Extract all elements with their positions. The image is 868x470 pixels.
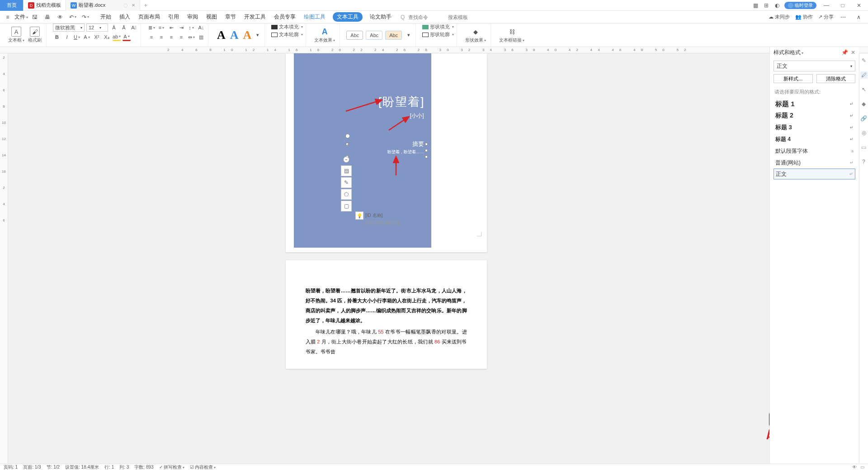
redo-icon[interactable]: ↷ xyxy=(81,13,90,21)
skin-icon[interactable]: ◐ xyxy=(774,2,781,9)
wordart-more-icon[interactable]: ▾ xyxy=(254,31,262,39)
search-cmd-prefix: Q xyxy=(401,14,405,20)
close-window-icon[interactable]: ✕ xyxy=(853,1,865,9)
tab-dev[interactable]: 开发工具 xyxy=(243,12,267,22)
maximize-icon[interactable]: □ xyxy=(836,1,849,9)
textbox-link-button[interactable]: ⛓文本框链接 xyxy=(497,27,526,43)
tab-close-icon[interactable]: ✕ xyxy=(132,3,135,8)
tab-drawing-tools[interactable]: 绘图工具 xyxy=(303,12,326,22)
shape-fill-button[interactable]: 形状填充 xyxy=(422,24,454,30)
preview-icon[interactable]: 👁 xyxy=(56,13,64,21)
columns-icon[interactable]: ▥ xyxy=(197,33,205,41)
tab-reference[interactable]: 引用 xyxy=(167,12,180,22)
text-direction-icon[interactable]: A↓ xyxy=(197,24,205,32)
brush-icon: 🖌 xyxy=(30,27,40,37)
line-spacing-icon[interactable]: ↕ xyxy=(187,24,195,32)
share-button[interactable]: ↗分享 xyxy=(818,14,834,20)
tab-review[interactable]: 审阅 xyxy=(186,12,199,22)
tab-document[interactable]: W 盼望着.docx ◌ ✕ xyxy=(66,0,140,11)
shape-style-2[interactable]: Abc xyxy=(366,31,382,40)
login-badge[interactable]: 临时登录 xyxy=(784,2,816,9)
shape-style-more-icon[interactable]: ▾ xyxy=(405,31,413,39)
undo-icon[interactable]: ↶ xyxy=(69,13,77,21)
print-icon[interactable]: 🖶 xyxy=(43,13,52,21)
save-icon[interactable]: 🖫 xyxy=(31,13,39,21)
wordart-style-2[interactable]: A xyxy=(228,28,241,42)
tab-menu-icon[interactable]: ◌ xyxy=(123,2,128,8)
align-left-icon[interactable]: ≡ xyxy=(147,33,156,41)
apps-icon[interactable]: ⊞ xyxy=(763,2,770,9)
wordart-style-1[interactable]: A xyxy=(215,28,228,42)
shape-style-3[interactable]: Abc xyxy=(385,31,402,40)
quick-access-toolbar: 🖫 🖶 👁 ↶ ↷ xyxy=(31,13,91,21)
text-fill-button[interactable]: 文本填充 xyxy=(271,24,303,30)
horizontal-ruler: 2 4 6 8 10 12 14 16 18 20 22 24 26 28 30… xyxy=(0,47,868,53)
textbox-icon: A xyxy=(11,27,21,37)
new-tab-button[interactable]: + xyxy=(140,2,151,9)
shrink-font-icon[interactable]: Ă xyxy=(120,24,128,32)
grid-icon[interactable]: ▦ xyxy=(752,2,759,9)
menubar: ≡ 文件 🖫 🖶 👁 ↶ ↷ 开始 插入 页面布局 引用 审阅 视图 章节 开发… xyxy=(0,11,868,24)
shape-outline-button[interactable]: 形状轮廓 xyxy=(422,31,454,38)
align-center-icon[interactable]: ≡ xyxy=(157,33,165,41)
template-icon: D xyxy=(28,2,34,9)
shape-outline-icon xyxy=(422,33,429,37)
clear-format-icon[interactable]: A⃥ xyxy=(130,24,138,32)
tab-home[interactable]: 首页 xyxy=(0,0,24,11)
font-color-icon[interactable]: A xyxy=(123,33,131,41)
tab-start[interactable]: 开始 xyxy=(99,12,112,22)
textbox-button[interactable]: A文本框 xyxy=(6,27,26,43)
pin-icon[interactable]: 📌 xyxy=(841,49,848,53)
superscript-icon[interactable]: X² xyxy=(93,33,101,41)
tab-insert[interactable]: 插入 xyxy=(118,12,131,22)
tab-view[interactable]: 视图 xyxy=(205,12,218,22)
file-menu[interactable]: 文件 xyxy=(14,13,28,21)
more-icon[interactable]: ⋯ xyxy=(839,13,847,21)
align-right-icon[interactable]: ≡ xyxy=(167,33,175,41)
panel-title[interactable]: 样式和格式 xyxy=(774,49,803,54)
tab-vip[interactable]: 会员专享 xyxy=(273,12,297,22)
italic-icon[interactable]: I xyxy=(63,33,71,41)
text-outline-button[interactable]: 文本轮廓 xyxy=(271,31,303,38)
text-effect-button[interactable]: A文本效果 xyxy=(312,27,337,43)
font-size-select[interactable]: 12▾ xyxy=(86,24,108,32)
format-painter-button[interactable]: 🖌格式刷 xyxy=(26,27,43,43)
search-command-input[interactable] xyxy=(408,14,444,20)
tab-layout[interactable]: 页面布局 xyxy=(137,12,161,22)
menu-icon[interactable]: ≡ xyxy=(4,13,12,21)
collapse-ribbon-icon[interactable]: ∧ xyxy=(854,13,863,21)
shape-effect-button[interactable]: ◆形状效果 xyxy=(463,27,488,43)
tab-templates-label: 找稻壳模板 xyxy=(36,2,61,9)
search-template-input[interactable] xyxy=(448,14,484,20)
unsync-button[interactable]: ☁未同步 xyxy=(769,14,790,20)
collab-button[interactable]: 👥协作 xyxy=(795,14,813,20)
outdent-icon[interactable]: ⇤ xyxy=(167,24,175,32)
strike-icon[interactable]: A xyxy=(83,33,91,41)
collab-icon: 👥 xyxy=(795,14,802,20)
tab-section[interactable]: 章节 xyxy=(224,12,237,22)
number-list-icon[interactable]: ≡ xyxy=(157,24,165,32)
grow-font-icon[interactable]: Â xyxy=(110,24,118,32)
search-area: Q xyxy=(401,14,484,20)
tab-templates[interactable]: D 找稻壳模板 xyxy=(24,0,66,11)
highlight-icon[interactable]: ab xyxy=(113,33,121,41)
indent-icon[interactable]: ⇥ xyxy=(177,24,185,32)
share-icon: ↗ xyxy=(818,14,822,20)
text-effect-icon: A xyxy=(320,27,330,37)
panel-close-icon[interactable]: ✕ xyxy=(851,49,855,53)
align-justify-icon[interactable]: ≡ xyxy=(177,33,185,41)
minimize-icon[interactable]: — xyxy=(820,1,833,9)
underline-icon[interactable]: U xyxy=(73,33,81,41)
bold-icon[interactable]: B xyxy=(53,33,61,41)
login-label: 临时登录 xyxy=(795,2,813,9)
subscript-icon[interactable]: X₂ xyxy=(103,33,111,41)
tab-paper[interactable]: 论文助手 xyxy=(369,12,392,22)
titlebar: 首页 D 找稻壳模板 W 盼望着.docx ◌ ✕ + ▦ ⊞ ◐ 临时登录 —… xyxy=(0,0,868,11)
bullet-list-icon[interactable]: ≣ xyxy=(147,24,156,32)
tab-text-tools[interactable]: 文本工具 xyxy=(333,12,363,22)
shape-style-1[interactable]: Abc xyxy=(346,31,363,40)
distribute-icon[interactable]: ⇔ xyxy=(187,33,195,41)
link-icon: ⛓ xyxy=(507,27,517,37)
font-name-select[interactable]: 微软雅黑▾ xyxy=(53,24,85,32)
wordart-style-3[interactable]: A xyxy=(241,28,254,42)
